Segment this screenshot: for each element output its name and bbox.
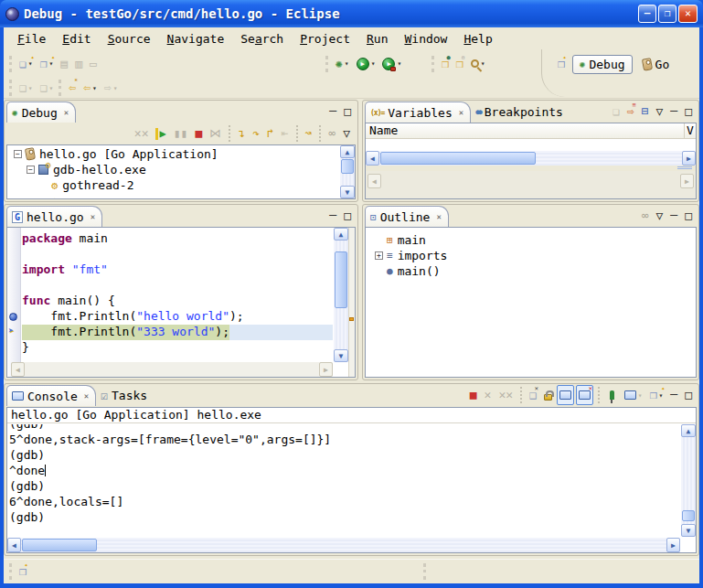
close-icon[interactable]: ✕ — [436, 212, 441, 221]
collapse-all-icon[interactable]: ⊟ — [639, 102, 652, 122]
menu-project[interactable]: Project — [292, 30, 358, 48]
perspective-debug[interactable]: ✺Debug — [572, 55, 633, 74]
last-edit-location-icon[interactable]: ⇦* — [66, 78, 79, 98]
drop-to-frame-icon[interactable]: ⇤ — [279, 123, 292, 144]
scroll-left-arrow[interactable]: ◀ — [7, 538, 21, 552]
maximize-icon[interactable]: □ — [682, 385, 695, 405]
dropdown-arrow-icon[interactable]: ▾ — [28, 84, 33, 92]
new-wizard-icon[interactable]: ❏✦▾ — [16, 54, 36, 74]
toolbar-grip[interactable] — [59, 80, 61, 96]
tree-row[interactable]: ⚙ — [8, 193, 339, 198]
menu-navigate[interactable]: Navigate — [159, 30, 233, 48]
scroll-down-arrow[interactable]: ▼ — [340, 186, 355, 198]
menu-source[interactable]: Source — [100, 30, 159, 48]
tree-expander-icon[interactable]: − — [27, 166, 35, 174]
maximize-icon[interactable]: □ — [341, 206, 354, 226]
outline-body[interactable]: ⊞main+≡imports●main() — [365, 227, 697, 378]
minimize-icon[interactable]: ─ — [667, 102, 680, 122]
suspend-icon[interactable]: ▮▮ — [171, 123, 191, 144]
step-over-icon[interactable]: ↷ — [250, 123, 262, 144]
scroll-left-arrow[interactable]: ◀ — [366, 151, 379, 166]
tree-row[interactable]: ⚙gothread-2 — [8, 177, 339, 193]
tab-breakpoints[interactable]: ●●Breakpoints — [471, 102, 570, 123]
toolbar-grip[interactable] — [431, 56, 434, 72]
minimize-icon[interactable]: ─ — [326, 206, 339, 226]
show-logical-structure-icon[interactable]: ❏ — [610, 102, 623, 122]
add-global-variables-icon[interactable]: ⇨≡ — [624, 102, 637, 122]
view-menu-icon[interactable]: ▽ — [340, 123, 353, 144]
close-icon[interactable]: ✕ — [64, 108, 69, 117]
toolbar-grip[interactable] — [9, 56, 12, 72]
save-icon[interactable]: ▤ — [58, 54, 70, 74]
new-file-icon[interactable]: ❐✦▾ — [37, 54, 57, 74]
focus-icon[interactable]: ∞ — [325, 123, 338, 144]
remove-launch-icon[interactable]: ✕ — [482, 385, 495, 405]
maximize-button[interactable]: ❐ — [658, 5, 676, 23]
maximize-icon[interactable]: □ — [341, 102, 354, 122]
previous-annotation-icon[interactable]: ❑▾ — [37, 78, 57, 98]
open-console-icon[interactable]: ❒✦▾ — [647, 385, 666, 405]
minimize-icon[interactable]: ─ — [326, 102, 339, 122]
debug-tree-scrollbar[interactable]: ▲ ▼ — [340, 145, 355, 198]
close-icon[interactable]: ✕ — [91, 212, 95, 221]
clear-console-icon[interactable]: ❑✕ — [527, 385, 539, 405]
tree-row[interactable]: −hello.go [Go Application] — [8, 146, 339, 162]
run-icon[interactable]: ▶▾ — [354, 54, 378, 74]
console-vscrollbar[interactable]: ▲ ▼ — [681, 424, 696, 537]
maximize-icon[interactable]: □ — [682, 102, 695, 122]
minimize-button[interactable]: — — [638, 5, 656, 23]
remove-all-terminated-icon[interactable]: ✕✕ — [132, 123, 152, 144]
resume-icon[interactable]: ▶ — [153, 123, 168, 144]
disconnect-icon[interactable]: ⋈ — [207, 123, 224, 144]
step-into-icon[interactable]: ↴ — [235, 123, 248, 144]
column-value[interactable]: V — [685, 123, 696, 138]
tree-row[interactable]: −gdb-hello.exe — [8, 162, 339, 177]
tree-expander-icon[interactable]: + — [375, 251, 383, 260]
search-icon[interactable]: ▾ — [468, 54, 488, 74]
scroll-thumb[interactable] — [380, 152, 536, 165]
next-annotation-icon[interactable]: ❑▾ — [16, 78, 36, 98]
close-icon[interactable]: ✕ — [84, 391, 89, 401]
variables-hscrollbar[interactable]: ◀ ▶ — [366, 151, 696, 166]
scroll-right-arrow[interactable]: ▶ — [682, 151, 696, 166]
scroll-left-arrow[interactable]: ◀ — [11, 362, 25, 377]
console-hscrollbar[interactable]: ◀ ▶ — [7, 538, 680, 552]
scroll-up-arrow[interactable]: ▲ — [681, 424, 696, 437]
scroll-right-arrow[interactable]: ▶ — [666, 538, 680, 552]
menu-edit[interactable]: Edit — [54, 30, 99, 48]
editor-hscrollbar[interactable]: ◀ ▶ — [11, 362, 333, 377]
scroll-thumb[interactable] — [682, 510, 695, 521]
external-tools-icon[interactable]: ▶▾ — [379, 54, 404, 74]
tab-hello-go[interactable]: G hello.go ✕ — [6, 206, 102, 227]
view-menu-icon[interactable]: ▽ — [654, 206, 666, 226]
open-perspective-icon[interactable]: ❒✦ — [555, 54, 568, 74]
perspective-go[interactable]: Go — [636, 56, 676, 73]
dropdown-arrow-icon[interactable]: ▾ — [48, 84, 53, 92]
toolbar-grip[interactable] — [325, 56, 328, 72]
print-icon[interactable]: ▭ — [87, 54, 100, 74]
tree-expander-icon[interactable]: − — [14, 150, 22, 158]
column-name[interactable]: Name — [366, 123, 685, 138]
tab-tasks[interactable]: ☑Tasks — [96, 385, 154, 406]
use-step-filters-icon[interactable]: ↝ — [303, 123, 315, 144]
editor-ruler[interactable] — [7, 228, 21, 377]
forward-icon[interactable]: ⇨▾ — [101, 78, 121, 98]
toolbar-grip[interactable] — [9, 80, 12, 96]
dropdown-arrow-icon[interactable]: ▾ — [638, 391, 643, 400]
menu-window[interactable]: Window — [396, 30, 455, 48]
open-type-icon[interactable]: ❒● — [439, 54, 452, 74]
breakpoint-icon[interactable] — [9, 313, 17, 321]
tab-console[interactable]: Console✕ — [6, 385, 96, 406]
title-bar[interactable]: Debug - testGo/src/cmd/hello.go - Eclips… — [0, 0, 703, 27]
tab-debug[interactable]: ✺ Debug ✕ — [6, 102, 76, 123]
code-area[interactable]: package mainimport "fmt"func main() { fm… — [22, 228, 333, 377]
close-icon[interactable]: ✕ — [459, 108, 463, 117]
outline-item-main[interactable]: ⊞main — [366, 232, 696, 248]
close-button[interactable]: ✕ — [678, 5, 698, 23]
back-icon[interactable]: ⇦▾ — [80, 78, 100, 98]
outline-item-main[interactable]: ●main() — [366, 263, 696, 279]
pin-console-icon[interactable] — [604, 385, 620, 405]
step-return-icon[interactable]: ↱ — [264, 123, 277, 144]
debug-tree[interactable]: −hello.go [Go Application]−gdb-hello.exe… — [6, 144, 356, 199]
view-menu-icon[interactable]: ▽ — [654, 102, 666, 122]
